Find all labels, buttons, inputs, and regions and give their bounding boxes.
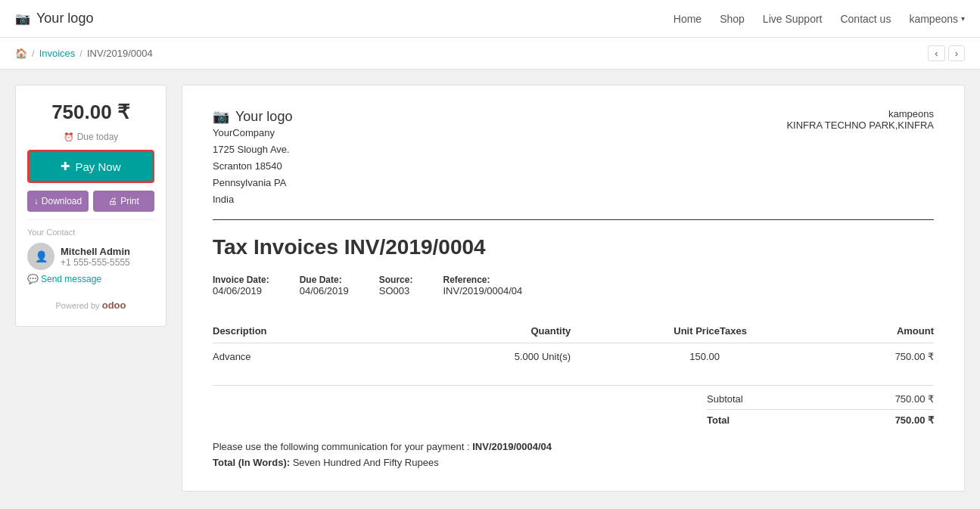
meta-source: Source: SO003 <box>379 275 413 296</box>
breadcrumb-invoices[interactable]: Invoices <box>39 48 76 59</box>
col-description: Description <box>213 319 388 343</box>
cell-description: Advance <box>213 343 388 371</box>
powered-by: Powered by odoo <box>56 300 126 311</box>
breadcrumb-next-button[interactable]: › <box>948 45 965 61</box>
invoice-logo: 📷 Your logo <box>213 108 292 125</box>
avatar: 👤 <box>27 243 54 270</box>
download-button[interactable]: ↓ Download <box>27 191 89 212</box>
breadcrumb-prev-button[interactable]: ‹ <box>928 45 944 61</box>
due-today-label: ⏰ Due today <box>64 132 119 142</box>
cell-unit-price: 150.00 <box>571 343 720 371</box>
action-buttons: ↓ Download 🖨 Print <box>27 191 154 212</box>
print-button[interactable]: 🖨 Print <box>93 191 154 212</box>
invoice-header: 📷 Your logo YourCompany 1725 Slough Ave.… <box>213 108 934 220</box>
sidebar-panel: 750.00 ₹ ⏰ Due today ✚ Pay Now ↓ Downloa… <box>15 85 166 327</box>
breadcrumb-separator-2: / <box>79 48 82 59</box>
odoo-brand: odoo <box>102 300 126 311</box>
clock-icon: ⏰ <box>64 132 74 142</box>
invoice-title: Tax Invoices INV/2019/0004 <box>213 235 934 259</box>
user-menu[interactable]: kampeons ▾ <box>909 13 965 25</box>
pay-now-button[interactable]: ✚ Pay Now <box>27 150 154 183</box>
navbar: 📷 Your logo Home Shop Live Support Conta… <box>0 0 980 38</box>
table-row: Advance 5.000 Unit(s) 150.00 750.00 ₹ <box>213 343 934 371</box>
contact-section: Your Contact 👤 Mitchell Admin +1 555-555… <box>27 219 154 284</box>
payment-notice: Please use the following communication f… <box>213 441 934 452</box>
nav-links: Home Shop Live Support Contact us kampeo… <box>674 13 965 25</box>
invoice-table: Description Quantity Unit Price Taxes Am… <box>213 319 934 370</box>
breadcrumb-separator-1: / <box>32 48 35 59</box>
breadcrumb-current: INV/2019/0004 <box>87 48 153 59</box>
brand-logo: 📷 Your logo <box>15 11 93 26</box>
breadcrumb-navigation: ‹ › <box>928 45 965 61</box>
invoice-logo-section: 📷 Your logo YourCompany 1725 Slough Ave.… <box>213 108 292 208</box>
message-icon: 💬 <box>27 274 39 284</box>
invoice-amount: 750.00 ₹ <box>51 101 130 124</box>
col-quantity: Quantity <box>388 319 571 343</box>
meta-reference: Reference: INV/2019/0004/04 <box>443 275 522 296</box>
breadcrumb-home-icon[interactable]: 🏠 <box>15 48 27 59</box>
contact-info: 👤 Mitchell Admin +1 555-555-5555 <box>27 243 154 270</box>
print-icon: 🖨 <box>108 196 117 206</box>
logo-camera-icon: 📷 <box>213 108 229 125</box>
contact-phone: +1 555-555-5555 <box>61 257 130 268</box>
nav-live-support[interactable]: Live Support <box>763 13 823 25</box>
meta-invoice-date: Invoice Date: 04/06/2019 <box>213 275 269 296</box>
customer-info: kampeons KINFRA TECHNO PARK,KINFRA <box>786 108 934 131</box>
nav-home[interactable]: Home <box>674 13 702 25</box>
brand-name: Your logo <box>36 11 93 26</box>
col-unit-price: Unit Price <box>571 319 720 343</box>
subtotal-row: Subtotal 750.00 ₹ <box>707 393 934 405</box>
totals-section: Subtotal 750.00 ₹ Total 750.00 ₹ <box>213 385 934 426</box>
pay-now-icon: ✚ <box>61 160 70 173</box>
payment-ref: INV/2019/0004/04 <box>472 441 552 452</box>
download-icon: ↓ <box>34 196 39 206</box>
col-taxes: Taxes <box>720 319 807 343</box>
meta-due-date: Due Date: 04/06/2019 <box>300 275 349 296</box>
contact-details: Mitchell Admin +1 555-555-5555 <box>61 246 130 268</box>
nav-contact[interactable]: Contact us <box>840 13 891 25</box>
invoice-panel: 📷 Your logo YourCompany 1725 Slough Ave.… <box>182 85 965 492</box>
camera-icon: 📷 <box>15 11 30 26</box>
total-row: Total 750.00 ₹ <box>707 409 934 426</box>
cell-taxes <box>720 343 807 371</box>
breadcrumb-bar: 🏠 / Invoices / INV/2019/0004 ‹ › <box>0 38 980 70</box>
nav-shop[interactable]: Shop <box>720 13 745 25</box>
payment-total-words: Total (In Words): Seven Hundred And Fift… <box>213 457 934 468</box>
cell-amount: 750.00 ₹ <box>807 343 934 371</box>
breadcrumb: 🏠 / Invoices / INV/2019/0004 <box>15 48 153 59</box>
cell-quantity: 5.000 Unit(s) <box>388 343 571 371</box>
chevron-down-icon: ▾ <box>961 14 965 23</box>
main-content: 750.00 ₹ ⏰ Due today ✚ Pay Now ↓ Downloa… <box>0 70 980 507</box>
col-amount: Amount <box>807 319 934 343</box>
user-name: kampeons <box>909 13 958 25</box>
invoice-meta: Invoice Date: 04/06/2019 Due Date: 04/06… <box>213 275 934 296</box>
company-address: YourCompany 1725 Slough Ave. Scranton 18… <box>213 125 292 208</box>
contact-label: Your Contact <box>27 228 154 237</box>
send-message-link[interactable]: 💬 Send message <box>27 274 154 284</box>
contact-name: Mitchell Admin <box>61 246 130 257</box>
